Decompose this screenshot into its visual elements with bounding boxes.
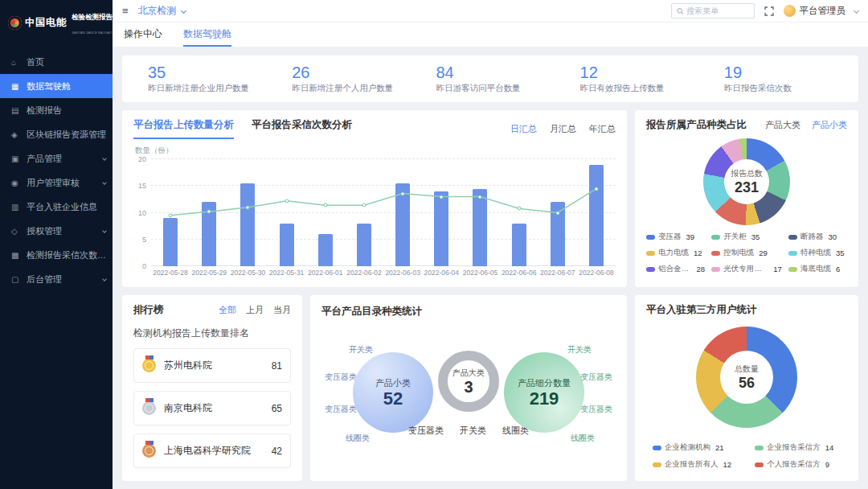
sidebar-item-dashboard[interactable]: ▦数据驾驶舱 bbox=[0, 74, 113, 98]
category-tab-major[interactable]: 产品大类 bbox=[765, 119, 800, 131]
legend-item[interactable]: 企业报告所有人12 bbox=[653, 459, 747, 470]
category-tabs: 产品大类产品小类 bbox=[765, 119, 847, 131]
sidebar-item-adoption-stats[interactable]: ▩检测报告采信次数统计 bbox=[0, 243, 113, 267]
legend-label: 海底电缆 bbox=[800, 264, 831, 274]
search-icon bbox=[677, 7, 684, 15]
plot-area bbox=[151, 159, 616, 266]
stat-item: 19昨日报告采信次数 bbox=[706, 64, 850, 94]
ranking-subtitle: 检测机构报告上传数量排名 bbox=[133, 327, 291, 340]
analysis-tab-adoption[interactable]: 平台报告采信次数分析 bbox=[252, 118, 352, 139]
sidebar-item-authorization[interactable]: ◇授权管理 bbox=[0, 219, 113, 243]
topbar-right: 平台管理员 bbox=[671, 3, 859, 18]
users-donut-chart[interactable]: 总数量 56 bbox=[696, 327, 797, 428]
legend-item[interactable]: 断路器30 bbox=[788, 232, 847, 242]
admin-icon: ▢ bbox=[11, 275, 21, 284]
sidebar-item-home[interactable]: ⌂首页 bbox=[0, 50, 113, 74]
chevron-down-icon bbox=[102, 180, 107, 185]
ranking-card: 排行榜 全部上月当月 检测机构报告上传数量排名 苏州电科院81南京电科院65上海… bbox=[122, 295, 302, 481]
line-point bbox=[517, 207, 521, 211]
category-donut-chart[interactable]: 报告总数 231 bbox=[703, 138, 790, 225]
legend-label: 开关柜 bbox=[723, 232, 747, 242]
ranking-tab-last-month[interactable]: 上月 bbox=[246, 304, 264, 316]
sidebar-item-user-audit[interactable]: ◉用户管理审核 bbox=[0, 171, 113, 195]
legend-item[interactable]: 开关柜35 bbox=[711, 232, 782, 242]
line-series bbox=[151, 159, 616, 266]
legend-item[interactable]: 个人报告采信方9 bbox=[755, 459, 841, 470]
float-label: 变压器类 bbox=[580, 372, 612, 383]
y-tick-label: 0 bbox=[142, 262, 146, 270]
line-point bbox=[207, 210, 211, 214]
chevron-down-icon bbox=[102, 277, 107, 281]
stat-label: 昨日报告采信次数 bbox=[724, 83, 850, 94]
collapse-menu-icon[interactable]: ≡ bbox=[122, 5, 129, 17]
user-menu[interactable]: 平台管理员 bbox=[784, 5, 859, 17]
x-tick-label: 2022-05-30 bbox=[228, 269, 267, 277]
avatar bbox=[784, 5, 796, 17]
charts-row: 平台报告上传数量分析平台报告采信次数分析 日汇总月汇总年汇总 数量（份） 051… bbox=[122, 110, 858, 287]
line-point bbox=[478, 195, 482, 199]
float-label: 变压器类 bbox=[325, 372, 357, 383]
y-tick-label: 20 bbox=[138, 155, 146, 163]
bottom-row: 排行榜 全部上月当月 检测机构报告上传数量排名 苏州电科院81南京电科院65上海… bbox=[122, 295, 858, 481]
region-selector[interactable]: 北京检测 bbox=[138, 4, 186, 18]
major-category-ring[interactable]: 产品大类 3 bbox=[438, 351, 499, 412]
sidebar-item-label: 区块链报告资源管理 bbox=[27, 129, 106, 141]
sidebar-item-product[interactable]: ▣产品管理 bbox=[0, 146, 113, 171]
analysis-tab-upload[interactable]: 平台报告上传数量分析 bbox=[133, 118, 234, 139]
category-tab-minor[interactable]: 产品小类 bbox=[812, 119, 847, 131]
legend-item[interactable]: 企业报告采信方14 bbox=[755, 442, 841, 453]
legend-item[interactable]: 企业检测机构21 bbox=[653, 442, 747, 453]
x-tick-label: 2022-06-08 bbox=[577, 269, 616, 277]
donut-center-value: 231 bbox=[735, 179, 759, 195]
stat-item: 26昨日新增注册个人用户数量 bbox=[274, 64, 418, 94]
rank-item[interactable]: 上海电器科学研究院42 bbox=[133, 434, 291, 468]
legend-label: 控制电缆 bbox=[723, 248, 754, 258]
detail-category-bubble[interactable]: 产品细分数量 219 bbox=[504, 352, 584, 433]
ranking-tab-this-month[interactable]: 当月 bbox=[273, 304, 291, 316]
sidebar-item-admin[interactable]: ▢后台管理 bbox=[0, 267, 113, 291]
ring-value: 3 bbox=[464, 379, 473, 395]
period-tab-daily[interactable]: 日汇总 bbox=[510, 123, 537, 135]
rank-item[interactable]: 苏州电科院81 bbox=[133, 348, 291, 383]
legend-item[interactable]: 光伏专用电缆17 bbox=[711, 264, 782, 274]
legend-item[interactable]: 变压器39 bbox=[646, 232, 705, 242]
stat-value: 12 bbox=[580, 64, 706, 81]
legend-value: 29 bbox=[759, 249, 768, 257]
small-category-bubble[interactable]: 产品小类 52 bbox=[353, 352, 433, 433]
search-box[interactable] bbox=[671, 3, 755, 18]
analysis-tabs: 平台报告上传数量分析平台报告采信次数分析 bbox=[133, 118, 352, 139]
ring-label: 产品大类 bbox=[452, 368, 485, 379]
catalog-bubbles: 开关类变压器类变压器类线圈类 产品小类 52 产品大类 3 变压器类开关类线圈类 bbox=[321, 318, 616, 472]
legend-item[interactable]: 电力电缆12 bbox=[646, 248, 705, 258]
line-point bbox=[362, 203, 366, 208]
content: 35昨日新增注册企业用户数量26昨日新增注册个人用户数量84昨日游客访问平台数量… bbox=[113, 47, 868, 489]
legend-value: 9 bbox=[825, 460, 829, 469]
ranking-tab-all[interactable]: 全部 bbox=[219, 304, 236, 316]
sidebar-item-label: 首页 bbox=[27, 56, 106, 68]
fullscreen-icon[interactable] bbox=[764, 6, 774, 16]
sidebar-item-enterprise[interactable]: ▥平台入驻企业信息 bbox=[0, 195, 113, 219]
sidebar-item-blockchain[interactable]: ◈区块链报告资源管理 bbox=[0, 122, 113, 146]
rank-item[interactable]: 南京电科院65 bbox=[133, 391, 291, 425]
legend-item[interactable]: 特种电缆35 bbox=[788, 248, 847, 258]
search-input[interactable] bbox=[686, 6, 748, 15]
x-tick-label: 2022-06-01 bbox=[306, 269, 345, 277]
line-point bbox=[246, 205, 250, 209]
x-tick-label: 2022-06-06 bbox=[500, 269, 538, 277]
legend-item[interactable]: 海底电缆6 bbox=[788, 264, 847, 274]
sidebar-item-label: 授权管理 bbox=[27, 225, 98, 237]
page-tab-operation[interactable]: 操作中心 bbox=[124, 23, 162, 47]
legend-item[interactable]: 铝合金电缆28 bbox=[646, 264, 705, 274]
bar-chart[interactable]: 05101520 bbox=[133, 159, 616, 266]
period-tab-yearly[interactable]: 年汇总 bbox=[589, 123, 616, 135]
y-tick-label: 15 bbox=[138, 182, 146, 190]
legend-value: 28 bbox=[697, 265, 706, 273]
page-tab-dashboard[interactable]: 数据驾驶舱 bbox=[183, 23, 231, 47]
sidebar-item-report[interactable]: ▤检测报告 bbox=[0, 98, 113, 122]
bubble-value: 219 bbox=[530, 389, 559, 409]
period-tab-monthly[interactable]: 月汇总 bbox=[550, 123, 576, 135]
category-legend: 变压器39开关柜35断路器30电力电缆12控制电缆29特种电缆35铝合金电缆28… bbox=[646, 232, 847, 274]
ranking-tabs: 全部上月当月 bbox=[219, 304, 291, 316]
legend-item[interactable]: 控制电缆29 bbox=[711, 248, 782, 258]
small-category-group: 开关类变压器类变压器类线圈类 产品小类 52 bbox=[325, 331, 433, 473]
